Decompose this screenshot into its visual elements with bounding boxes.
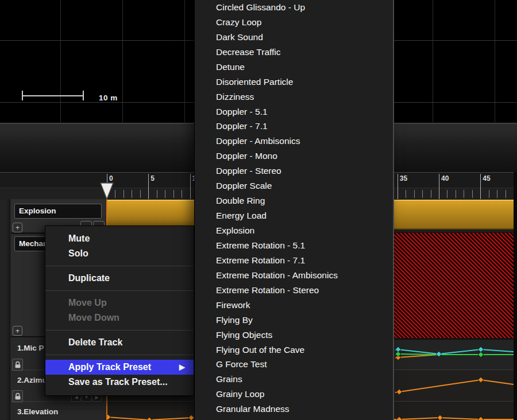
lock-icon bbox=[14, 361, 21, 368]
preset-item[interactable]: Detune bbox=[195, 60, 393, 75]
context-menu-item-move-up: Move Up bbox=[45, 295, 194, 310]
ruler-tick bbox=[497, 190, 497, 198]
ruler-tick bbox=[422, 190, 423, 198]
preset-item[interactable]: Decrease Traffic bbox=[195, 45, 393, 60]
right-edge-strip bbox=[514, 172, 517, 420]
menu-item-label: Save as Track Preset... bbox=[68, 377, 168, 387]
context-menu-item-solo[interactable]: Solo bbox=[45, 246, 194, 261]
lane-name: 2.Azimu bbox=[17, 376, 47, 384]
ruler-tick bbox=[165, 190, 165, 198]
menu-item-label: Duplicate bbox=[68, 273, 110, 283]
submenu-arrow-icon: ▶ bbox=[179, 360, 185, 375]
preset-item[interactable]: Circled Glissando - Up bbox=[195, 0, 393, 15]
preset-item[interactable]: Flying Objects bbox=[195, 328, 393, 343]
preset-item[interactable]: Granular Madness bbox=[195, 402, 393, 417]
preset-item[interactable]: Flying By bbox=[195, 313, 393, 328]
preset-item[interactable]: Doppler - Ambisonics bbox=[195, 134, 393, 149]
preset-item[interactable]: Extreme Rotation - Stereo bbox=[195, 283, 393, 298]
lock-icon bbox=[14, 392, 21, 400]
menu-item-label: Apply Track Preset bbox=[68, 362, 151, 372]
preset-item[interactable]: Doppler - 7.1 bbox=[195, 119, 393, 134]
preset-item[interactable]: Extreme Rotation - Ambisonics bbox=[195, 268, 393, 283]
ruler-label: 0 bbox=[109, 174, 113, 182]
ruler-tick bbox=[132, 190, 132, 198]
preset-item[interactable]: Explosion bbox=[195, 223, 393, 238]
ruler-label: 5 bbox=[151, 174, 155, 182]
preset-item[interactable]: Dark Sound bbox=[195, 30, 393, 45]
preset-item[interactable]: Flying Out of the Cave bbox=[195, 343, 393, 357]
preset-item[interactable]: Energy Load bbox=[195, 208, 393, 223]
menu-separator bbox=[45, 330, 194, 330]
preset-menu-list: Circled Glissando - UpCrazy LoopDark Sou… bbox=[195, 0, 393, 417]
preset-item[interactable]: Doppler Scale bbox=[195, 178, 393, 193]
preset-item[interactable]: Crazy Loop bbox=[195, 15, 393, 30]
menu-item-label: Solo bbox=[68, 248, 88, 258]
ruler-tick bbox=[398, 174, 398, 199]
add-lane-button[interactable]: + bbox=[13, 223, 22, 232]
context-menu-item-delete-track[interactable]: Delete Track bbox=[45, 335, 194, 350]
menu-separator bbox=[45, 290, 194, 291]
preset-item[interactable]: Extreme Rotation - 7.1 bbox=[195, 253, 393, 268]
lane-name: 3.Elevation bbox=[17, 407, 58, 416]
ruler-label: 40 bbox=[441, 174, 449, 182]
preset-item[interactable]: Double Ring bbox=[195, 193, 393, 208]
ruler-tick bbox=[414, 190, 415, 198]
preset-item[interactable]: Disoriented Particle bbox=[195, 75, 393, 90]
preset-item[interactable]: Grains bbox=[195, 372, 393, 387]
grid-line bbox=[122, 0, 123, 122]
preset-item[interactable]: G Force Test bbox=[195, 357, 393, 372]
ruler-tick bbox=[431, 190, 431, 198]
preset-item[interactable]: Doppler - 5.1 bbox=[195, 104, 393, 119]
ruler-tick bbox=[464, 190, 464, 198]
ruler-tick bbox=[173, 190, 174, 198]
grid-line bbox=[495, 0, 495, 122]
scale-bar bbox=[22, 95, 84, 96]
lock-button[interactable] bbox=[12, 390, 23, 402]
ruler-tick bbox=[148, 174, 149, 199]
scale-bar-label: 10 m bbox=[99, 94, 118, 102]
preset-item[interactable]: Extreme Rotation - 5.1 bbox=[195, 238, 393, 253]
ruler-label: 35 bbox=[400, 174, 407, 182]
menu-separator bbox=[45, 355, 194, 355]
grid-line bbox=[184, 0, 185, 122]
ruler-tick bbox=[157, 190, 157, 198]
ruler-tick bbox=[124, 190, 124, 198]
preset-item[interactable]: Doppler - Mono bbox=[195, 149, 393, 164]
ruler-tick bbox=[472, 190, 473, 198]
lane-name: 1.Mic P bbox=[17, 344, 44, 352]
ruler-tick bbox=[182, 190, 182, 198]
context-menu-item-duplicate[interactable]: Duplicate bbox=[45, 271, 194, 286]
preset-item[interactable]: Grainy Loop bbox=[195, 387, 393, 402]
lane-header-elevation[interactable]: 3.Elevation bbox=[11, 403, 107, 420]
menu-item-label: Move Up bbox=[68, 298, 107, 308]
preset-item[interactable]: Doppler - Stereo bbox=[195, 164, 393, 178]
lock-button[interactable] bbox=[12, 359, 23, 371]
context-menu-item-apply-track-preset[interactable]: Apply Track Preset▶ bbox=[45, 360, 194, 375]
ruler-tick bbox=[406, 190, 406, 198]
menu-item-label: Delete Track bbox=[68, 337, 122, 347]
grid-line bbox=[433, 0, 433, 122]
context-menu-item-move-down: Move Down bbox=[45, 310, 194, 325]
ruler-tick bbox=[456, 190, 456, 198]
ruler-tick bbox=[447, 190, 447, 198]
menu-item-label: Mute bbox=[68, 234, 90, 243]
ruler-tick bbox=[439, 174, 439, 199]
playhead-marker[interactable] bbox=[98, 182, 115, 200]
track-name-input[interactable]: Explosion bbox=[14, 204, 102, 219]
context-menu-item-mute[interactable]: Mute bbox=[45, 231, 194, 246]
context-menu: MuteSoloDuplicateMove UpMove DownDelete … bbox=[45, 225, 194, 396]
scale-bar-tick bbox=[83, 91, 84, 100]
preset-item[interactable]: Dizziness bbox=[195, 90, 393, 104]
context-menu-item-save-as-track-preset[interactable]: Save as Track Preset... bbox=[45, 375, 194, 390]
ruler-tick bbox=[506, 190, 506, 198]
add-lane-button[interactable]: + bbox=[13, 326, 22, 336]
ruler-tick bbox=[480, 174, 481, 199]
preset-submenu: Circled Glissando - UpCrazy LoopDark Sou… bbox=[194, 0, 394, 420]
grid-line bbox=[60, 0, 61, 122]
menu-separator bbox=[45, 266, 194, 266]
ruler-tick bbox=[140, 190, 141, 198]
menu-item-label: Move Down bbox=[68, 313, 119, 322]
ruler-tick bbox=[190, 174, 191, 199]
preset-item[interactable]: Firework bbox=[195, 298, 393, 313]
app-window: 10 m bbox=[0, 0, 517, 420]
